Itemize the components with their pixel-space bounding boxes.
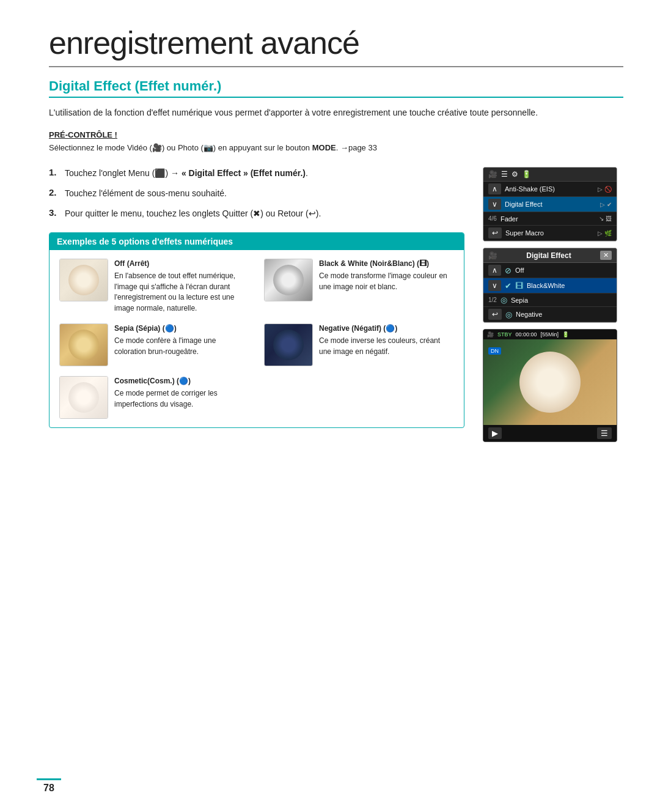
de-panel-title: Digital Effect: [526, 251, 571, 260]
row-label-digital-effect: Digital Effect: [505, 201, 596, 208]
flower-sepia-icon: [68, 330, 99, 360]
flower-bw-icon: [273, 265, 304, 295]
camera-panel-2: 🎥 Digital Effect ✕ ∧ ⊘ Off ∨ ✔ 🎞 Black&W…: [483, 248, 617, 323]
preview-top-bar: 🎥 STBY 00:00:00 [55Min] 🔋: [483, 330, 617, 339]
main-layout: 1. Touchez l'onglet Menu (⬛) → « Digital…: [49, 167, 623, 442]
dn-badge-area: DN: [488, 344, 501, 355]
desc-off: Off (Arrêt) En l'absence de tout effet n…: [114, 259, 249, 314]
photo-icon: 📷: [204, 143, 213, 152]
preview-remaining: [55Min]: [541, 331, 559, 338]
cam-panel-icons: 🎥 ☰ ⚙ 🔋: [488, 170, 531, 179]
preview-bottom-bar: ▶ ☰: [483, 425, 617, 441]
cam-icon-video: 🎥: [488, 170, 497, 179]
de-row-back[interactable]: ↩ ◎ Negative: [483, 307, 617, 322]
de-panel-header: 🎥 Digital Effect ✕: [483, 248, 617, 263]
row-label-antishake: Anti-Shake (EIS): [505, 185, 594, 193]
example-bw: Black & White (Noir&Blanc) (🎞) Ce mode t…: [264, 259, 454, 314]
desc-negative: Negative (Négatif) (🔵) Ce mode inverse l…: [319, 323, 454, 357]
preview-time: 00:00:00: [516, 331, 537, 338]
de-row-nav-up[interactable]: ∧ ⊘ Off: [483, 263, 617, 278]
cam-icon-settings: ⚙: [512, 170, 518, 179]
preview-flower: [519, 352, 581, 413]
section-title: Digital Effect (Effet numér.): [49, 78, 623, 98]
preview-play-button[interactable]: ▶: [488, 427, 502, 439]
steps-list: 1. Touchez l'onglet Menu (⬛) → « Digital…: [49, 167, 464, 220]
row-label-supermacro: Super Macro: [505, 229, 594, 237]
title-off: Off (Arrêt): [114, 259, 249, 269]
example-cosm: Cosmetic(Cosm.) (🔵) Ce mode permet de co…: [59, 376, 249, 419]
menu-icon: ⬛: [155, 168, 165, 178]
step-3: 3. Pour quitter le menu, touchez les ong…: [49, 207, 464, 220]
desc-bw: Black & White (Noir&Blanc) (🎞) Ce mode t…: [319, 259, 454, 292]
examples-box: Exemples de 5 options d'effets numérique…: [49, 232, 464, 428]
de-label-off: Off: [515, 267, 612, 274]
video-icon: 🎥: [152, 143, 162, 152]
desc-sepia: Sepia (Sépia) (🔵) Ce mode confère à l'im…: [114, 323, 249, 357]
flower-negative-icon: [273, 330, 304, 360]
de-sepia-icon: ◎: [501, 295, 507, 304]
page-num-1: 4/6: [488, 215, 497, 222]
thumb-off: [59, 259, 108, 301]
step-2-num: 2.: [49, 187, 61, 197]
nav-down-button[interactable]: ∨: [488, 199, 501, 210]
cam-row-digital-effect[interactable]: ∨ Digital Effect ▷ ✔: [483, 197, 617, 212]
desc-cosm: Cosmetic(Cosm.) (🔵) Ce mode permet de co…: [114, 376, 249, 410]
camera-panel-1: 🎥 ☰ ⚙ 🔋 ∧ Anti-Shake (EIS) ▷ 🚫 ∨ Digital…: [483, 167, 617, 242]
flower-normal-icon: [68, 265, 99, 295]
thumb-sepia: [59, 323, 108, 366]
de-nav-up-button[interactable]: ∧: [488, 265, 501, 276]
quit-icon: ✖: [253, 209, 260, 218]
de-close-button[interactable]: ✕: [600, 251, 612, 260]
de-label-negative: Negative: [516, 311, 612, 318]
examples-grid: Off (Arrêt) En l'absence de tout effet n…: [59, 259, 454, 419]
arrow-fader: ↘ 🖼: [599, 215, 612, 222]
page-title: enregistrement avancé: [49, 24, 623, 67]
intro-text: L'utilisation de la fonction d'effet num…: [49, 106, 623, 119]
nav-up-button[interactable]: ∧: [488, 183, 501, 194]
de-row-bw[interactable]: ∨ ✔ 🎞 Black&White: [483, 278, 617, 293]
left-column: 1. Touchez l'onglet Menu (⬛) → « Digital…: [49, 167, 464, 428]
de-bw-icon: 🎞: [515, 281, 523, 290]
arrow-digital-effect: ▷ ✔: [600, 201, 612, 208]
pre-control-label: PRÉ-CONTRÔLE !: [49, 130, 623, 139]
pre-control-text: Sélectionnez le mode Vidéo (🎥) ou Photo …: [49, 143, 623, 152]
de-label-sepia: Sepia: [511, 297, 612, 304]
cam-row-page-num: 4/6 Fader ↘ 🖼: [483, 212, 617, 226]
de-row-page: 1/2 ◎ Sepia: [483, 293, 617, 307]
thumb-bw: [264, 259, 313, 301]
examples-title: Exemples de 5 options d'effets numérique…: [50, 233, 464, 250]
de-nav-down-button[interactable]: ∨: [488, 280, 501, 291]
de-label-bw: Black&White: [527, 282, 612, 289]
example-off: Off (Arrêt) En l'absence de tout effet n…: [59, 259, 249, 314]
back-icon: ↩: [309, 209, 316, 218]
de-back-button[interactable]: ↩: [488, 309, 502, 320]
title-bw: Black & White (Noir&Blanc) (🎞): [319, 259, 454, 269]
preview-menu-button[interactable]: ☰: [597, 427, 612, 439]
preview-cam-icon: 🎥: [487, 331, 494, 338]
cam-row-nav-up[interactable]: ∧ Anti-Shake (EIS) ▷ 🚫: [483, 182, 617, 197]
step-3-num: 3.: [49, 207, 61, 218]
step-1-num: 1.: [49, 167, 61, 177]
example-sepia: Sepia (Sépia) (🔵) Ce mode confère à l'im…: [59, 323, 249, 366]
example-negative: Negative (Négatif) (🔵) Ce mode inverse l…: [264, 323, 454, 366]
step-1-text: Touchez l'onglet Menu (⬛) → « Digital Ef…: [65, 167, 308, 180]
step-3-text: Pour quitter le menu, touchez les onglet…: [65, 207, 321, 220]
thumb-negative: [264, 323, 313, 366]
arrow-antishake: ▷ 🚫: [598, 186, 612, 193]
de-off-icon: ⊘: [505, 266, 512, 275]
cam-icon-2: 🎥: [488, 251, 497, 260]
back-button-1[interactable]: ↩: [488, 227, 502, 238]
cam-panel-1-header: 🎥 ☰ ⚙ 🔋: [483, 168, 617, 182]
title-sepia: Sepia (Sépia) (🔵): [114, 323, 249, 334]
title-cosm: Cosmetic(Cosm.) (🔵): [114, 376, 249, 386]
de-check-icon: ✔: [505, 281, 512, 290]
step-2: 2. Touchez l'élément de sous-menu souhai…: [49, 187, 464, 200]
preview-battery: 🔋: [562, 331, 569, 338]
right-column: 🎥 ☰ ⚙ 🔋 ∧ Anti-Shake (EIS) ▷ 🚫 ∨ Digital…: [483, 167, 623, 442]
de-negative-icon: ◎: [505, 310, 512, 319]
title-negative: Negative (Négatif) (🔵): [319, 323, 454, 334]
cam-row-back[interactable]: ↩ Super Macro ▷ 🌿: [483, 226, 617, 241]
page-number: 78: [37, 778, 61, 794]
step-2-text: Touchez l'élément de sous-menu souhaité.: [65, 187, 227, 200]
preview-stby: STBY: [497, 331, 512, 338]
